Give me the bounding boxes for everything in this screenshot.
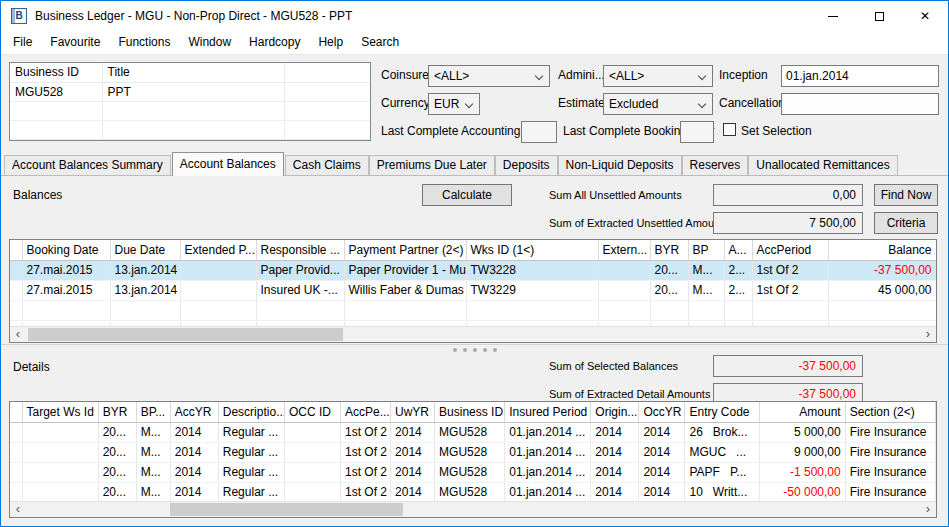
table-cell[interactable]: 01.jan.2014 ...	[505, 462, 591, 482]
calculate-button[interactable]: Calculate	[422, 184, 512, 206]
table-cell[interactable]: Regular ...	[218, 462, 284, 482]
column-header[interactable]: OccYR	[639, 402, 685, 422]
table-row[interactable]: 20...M...2014Regular ...1st Of 22014MGU5…	[10, 462, 936, 482]
set-selection-checkbox[interactable]	[723, 123, 736, 136]
tab-premiums-due-later[interactable]: Premiums Due Later	[369, 155, 495, 175]
table-row[interactable]: 27.mai.201513.jan.2014Paper Provid...Pap…	[10, 260, 936, 280]
table-cell[interactable]	[10, 442, 22, 462]
table-cell[interactable]: 2014	[591, 422, 639, 442]
table-cell[interactable]: PAPF P...	[685, 462, 759, 482]
table-cell[interactable]: 27.mai.2015	[22, 280, 110, 300]
table-cell[interactable]: M...	[136, 422, 170, 442]
administrator-select[interactable]: <ALL>	[603, 65, 713, 87]
column-header[interactable]: Extern...	[598, 240, 650, 260]
scroll-right-icon[interactable]: ›	[920, 327, 936, 342]
column-header[interactable]: Amount	[759, 402, 845, 422]
table-cell[interactable]: 20...	[650, 280, 688, 300]
table-cell[interactable]: 45 000,00	[828, 280, 936, 300]
table-cell[interactable]: Fire Insurance	[845, 482, 935, 502]
menu-search[interactable]: Search	[352, 31, 408, 54]
column-header[interactable]: Wks ID (1<)	[466, 240, 598, 260]
find-now-button[interactable]: Find Now	[874, 184, 938, 206]
table-cell[interactable]: MGU528	[435, 462, 505, 482]
table-cell[interactable]: 20...	[98, 462, 136, 482]
table-cell[interactable]: TW3228	[466, 260, 598, 280]
table-cell[interactable]: 9 000,00	[759, 442, 845, 462]
table-cell[interactable]: M...	[688, 260, 724, 280]
table-cell[interactable]: Fire Insurance	[845, 422, 935, 442]
table-cell[interactable]: 27.mai.2015	[22, 260, 110, 280]
currency-select[interactable]: EUR	[428, 93, 480, 115]
table-cell[interactable]: 2014	[170, 482, 218, 502]
column-header[interactable]: Responsible ...	[256, 240, 344, 260]
table-cell[interactable]: 26 Brok...	[685, 422, 759, 442]
table-cell[interactable]	[598, 260, 650, 280]
table-cell[interactable]: 20...	[98, 442, 136, 462]
coinsurer-select[interactable]: <ALL>	[428, 65, 550, 87]
last-booking-year-field[interactable]	[680, 121, 714, 143]
table-cell[interactable]: MGU528	[435, 482, 505, 502]
tab-unallocated-remittances[interactable]: Unallocated Remittances	[748, 155, 897, 175]
table-cell[interactable]: 13.jan.2014	[110, 280, 180, 300]
column-header[interactable]: Target Ws Id	[22, 402, 98, 422]
table-cell[interactable]: 1st Of 2	[752, 280, 828, 300]
table-cell[interactable]	[284, 462, 340, 482]
column-header[interactable]: Due Date	[110, 240, 180, 260]
column-header[interactable]: Business ID	[10, 63, 102, 82]
table-cell[interactable]: M...	[136, 482, 170, 502]
column-header[interactable]: Section (2<)	[845, 402, 935, 422]
tab-deposits[interactable]: Deposits	[495, 155, 558, 175]
table-row[interactable]: 20...M...2014Regular ...1st Of 22014MGU5…	[10, 482, 936, 502]
table-cell[interactable]: 5 000,00	[759, 422, 845, 442]
table-cell[interactable]: 1st Of 2	[340, 422, 390, 442]
menu-window[interactable]: Window	[179, 31, 240, 54]
table-cell[interactable]	[22, 462, 98, 482]
close-button[interactable]: ✕	[902, 1, 948, 31]
table-cell[interactable]: 2014	[591, 442, 639, 462]
column-header[interactable]: UwYR	[391, 402, 435, 422]
horizontal-scrollbar[interactable]: ‹ ›	[10, 501, 936, 517]
table-cell[interactable]: MGUC ...	[685, 442, 759, 462]
table-cell[interactable]	[284, 482, 340, 502]
tab-account-balances-summary[interactable]: Account Balances Summary	[4, 155, 171, 175]
table-cell[interactable]: 2014	[639, 482, 685, 502]
column-header[interactable]	[10, 240, 22, 260]
table-cell[interactable]: 2014	[639, 422, 685, 442]
table-cell[interactable]: Fire Insurance	[845, 462, 935, 482]
table-cell[interactable]	[180, 260, 256, 280]
table-cell[interactable]	[22, 422, 98, 442]
table-cell[interactable]: 2...	[724, 260, 752, 280]
column-header[interactable]: AccPe...	[340, 402, 390, 422]
table-cell[interactable]: -37 500,00	[828, 260, 936, 280]
table-cell[interactable]: MGU528	[435, 442, 505, 462]
table-cell[interactable]: 2014	[391, 442, 435, 462]
table-cell[interactable]	[284, 422, 340, 442]
table-cell[interactable]	[10, 422, 22, 442]
scroll-left-icon[interactable]: ‹	[10, 327, 26, 342]
table-cell[interactable]: 1st Of 2	[340, 442, 390, 462]
table-cell[interactable]: 2014	[639, 462, 685, 482]
table-cell[interactable]: 20...	[98, 422, 136, 442]
estimates-select[interactable]: Excluded	[603, 93, 713, 115]
table-cell[interactable]	[10, 462, 22, 482]
maximize-button[interactable]	[856, 1, 902, 31]
column-header[interactable]: BP...	[136, 402, 170, 422]
scrollbar-thumb[interactable]	[170, 503, 403, 516]
table-cell[interactable]: Regular ...	[218, 422, 284, 442]
column-header[interactable]: Insured Period	[505, 402, 591, 422]
column-header[interactable]: BYR	[98, 402, 136, 422]
table-cell[interactable]: 20...	[98, 482, 136, 502]
tab-reserves[interactable]: Reserves	[682, 155, 749, 175]
table-cell[interactable]: 01.jan.2014 ...	[505, 482, 591, 502]
table-cell[interactable]: Insured UK -...	[256, 280, 344, 300]
last-accounting-year-field[interactable]	[521, 121, 557, 143]
table-cell[interactable]: 1st Of 2	[752, 260, 828, 280]
table-cell[interactable]: 2014	[639, 442, 685, 462]
table-row[interactable]: 20...M...2014Regular ...1st Of 22014MGU5…	[10, 422, 936, 442]
table-cell[interactable]: 2014	[170, 422, 218, 442]
table-cell[interactable]: Regular ...	[218, 442, 284, 462]
table-cell[interactable]: TW3229	[466, 280, 598, 300]
table-cell[interactable]	[10, 260, 22, 280]
menu-functions[interactable]: Functions	[109, 31, 179, 54]
column-header[interactable]: Extended P...	[180, 240, 256, 260]
